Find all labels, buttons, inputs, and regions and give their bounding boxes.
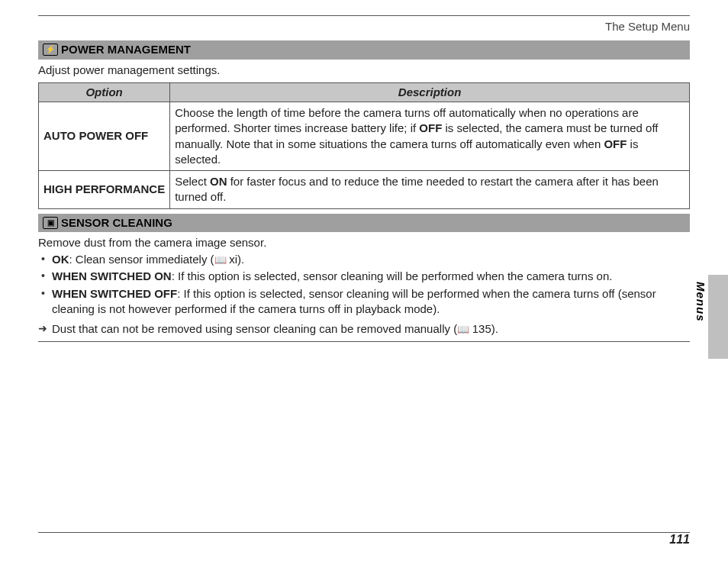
header-right-text: The Setup Menu — [605, 20, 690, 33]
side-tab-label: Menus — [691, 275, 708, 328]
sensor-cleaning-list: OK: Clean sensor immediately (📖 xi). WHE… — [38, 252, 690, 317]
manual-ref-icon: 📖 — [214, 254, 230, 266]
manual-ref-icon: 📖 — [457, 324, 472, 335]
sensor-note: Dust that can not be removed using senso… — [38, 321, 690, 342]
battery-icon: ⚡ — [43, 44, 58, 56]
col-option: Option — [39, 82, 170, 102]
power-intro: Adjust power management settings. — [38, 60, 690, 82]
list-item: WHEN SWITCHED ON: If this option is sele… — [41, 269, 690, 284]
side-thumb-tab — [708, 275, 728, 359]
list-item: OK: Clean sensor immediately (📖 xi). — [41, 252, 690, 267]
footer-rule — [38, 532, 690, 533]
option-name: HIGH PERFORMANCE — [39, 171, 170, 209]
list-item: WHEN SWITCHED OFF: If this option is sel… — [41, 286, 690, 318]
sensor-icon: ▣ — [43, 217, 58, 229]
section-title-sensor: SENSOR CLEANING — [61, 215, 172, 231]
section-bar-power-management: ⚡ POWER MANAGEMENT — [38, 40, 690, 59]
page-number: 111 — [669, 531, 690, 548]
option-desc: Select ON for faster focus and to reduce… — [170, 171, 690, 209]
table-row: HIGH PERFORMANCE Select ON for faster fo… — [39, 171, 690, 209]
table-row: AUTO POWER OFF Choose the length of time… — [39, 102, 690, 171]
page-header: The Setup Menu — [38, 15, 690, 34]
col-description: Description — [170, 82, 690, 102]
power-management-table: Option Description AUTO POWER OFF Choose… — [38, 82, 690, 209]
option-desc: Choose the length of time before the cam… — [170, 102, 690, 171]
sensor-intro: Remove dust from the camera image sensor… — [38, 232, 690, 250]
section-bar-sensor-cleaning: ▣ SENSOR CLEANING — [38, 214, 690, 232]
table-header-row: Option Description — [39, 82, 690, 102]
option-name: AUTO POWER OFF — [39, 102, 170, 171]
section-title-power: POWER MANAGEMENT — [61, 42, 191, 57]
